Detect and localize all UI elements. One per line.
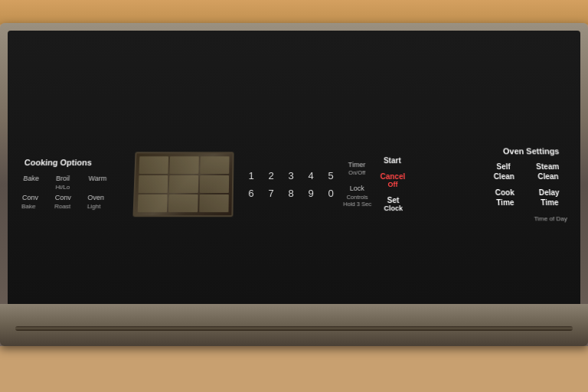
warm-button[interactable]: Warm — [88, 175, 116, 191]
bottom-bar — [15, 326, 573, 331]
lock-controls-button[interactable]: LockControlsHold 3 Sec — [343, 185, 371, 208]
cook-time-button[interactable]: CookTime — [488, 188, 522, 207]
cancel-button[interactable]: CancelOff — [380, 173, 405, 189]
num-9-button[interactable]: 9 — [305, 188, 317, 199]
num-1-button[interactable]: 1 — [245, 170, 257, 181]
options-grid: Bake Broil Hi/Lo Warm Conv Bake Conv Roa… — [21, 175, 116, 211]
conv-bake-button[interactable]: Conv Bake — [21, 194, 49, 211]
num-3-button[interactable]: 3 — [285, 170, 297, 181]
numpad-section: 1 2 3 4 5 6 7 8 9 0 — [245, 170, 337, 199]
oven-frame: Cooking Options Bake Broil Hi/Lo Warm Co… — [0, 23, 588, 346]
cooking-options-section: Cooking Options Bake Broil Hi/Lo Warm Co… — [21, 158, 123, 211]
self-clean-button[interactable]: SelfClean — [487, 162, 521, 182]
display-cell — [200, 157, 229, 175]
display-cell — [139, 176, 168, 194]
numpad-row-2: 6 7 8 9 0 — [245, 188, 337, 199]
oven-light-button[interactable]: Oven Light — [87, 194, 115, 211]
start-cancel-section: Start CancelOff SetClock — [380, 157, 406, 213]
bake-button[interactable]: Bake — [22, 175, 50, 191]
conv-roast-button[interactable]: Conv Roast — [54, 194, 82, 211]
oven-settings-section: Oven Settings SelfClean SteamClean CookT… — [416, 147, 567, 223]
num-8-button[interactable]: 8 — [285, 188, 297, 199]
display-cell — [199, 194, 229, 212]
set-clock-button[interactable]: SetClock — [381, 197, 406, 213]
bottom-strip — [0, 304, 588, 346]
display-cell — [200, 176, 229, 194]
num-7-button[interactable]: 7 — [265, 188, 277, 199]
delay-time-button[interactable]: DelayTime — [532, 188, 566, 207]
num-2-button[interactable]: 2 — [265, 170, 277, 181]
display-cell — [169, 176, 199, 194]
display-cell — [138, 194, 168, 212]
display-cell — [169, 157, 198, 175]
oven-settings-title: Oven Settings — [503, 147, 564, 156]
start-button[interactable]: Start — [380, 157, 405, 165]
display-cell — [139, 157, 168, 175]
panel-inner: Cooking Options Bake Broil Hi/Lo Warm Co… — [14, 51, 573, 328]
num-4-button[interactable]: 4 — [305, 170, 317, 181]
display-cell — [168, 194, 198, 212]
display-inner — [135, 154, 233, 216]
steam-clean-button[interactable]: SteamClean — [531, 162, 565, 182]
num-6-button[interactable]: 6 — [245, 188, 257, 199]
control-panel: Cooking Options Bake Broil Hi/Lo Warm Co… — [8, 31, 580, 338]
cooking-options-title: Cooking Options — [24, 158, 116, 168]
broil-button[interactable]: Broil Hi/Lo — [55, 175, 83, 191]
wood-top — [0, 0, 588, 24]
timer-button[interactable]: TimerOn/Off — [343, 161, 371, 177]
num-0-button[interactable]: 0 — [325, 188, 337, 199]
settings-grid: SelfClean SteamClean CookTime DelayTime … — [487, 162, 567, 223]
timer-lock-section: TimerOn/Off LockControlsHold 3 Sec — [343, 161, 372, 209]
numpad-row-1: 1 2 3 4 5 — [245, 170, 337, 181]
display-screen — [132, 152, 234, 217]
num-5-button[interactable]: 5 — [325, 170, 337, 181]
time-of-day-label: Time of Day — [534, 216, 567, 223]
